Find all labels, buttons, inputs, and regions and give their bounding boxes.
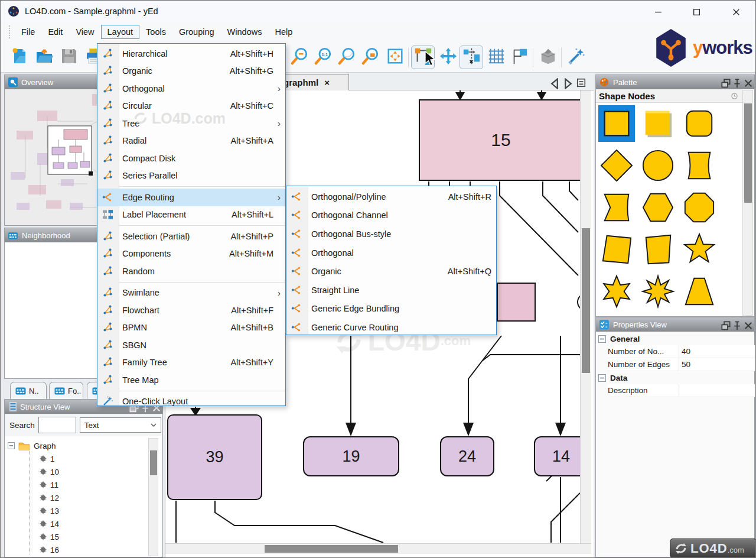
menu-view[interactable]: View xyxy=(69,25,100,39)
palette-shape-star-8[interactable] xyxy=(640,273,676,310)
palette-shape-round-rectangle[interactable] xyxy=(681,105,718,142)
minimize-button[interactable] xyxy=(649,5,667,18)
new-document-button[interactable] xyxy=(8,46,31,69)
menu-item-edge-routing[interactable]: Edge Routing› xyxy=(97,189,285,206)
export-button[interactable] xyxy=(536,46,560,69)
collapse-icon[interactable] xyxy=(8,442,15,449)
tab-neighborhood[interactable]: N.. xyxy=(10,382,47,399)
tab-folder-contents[interactable]: Fo.. xyxy=(49,382,83,399)
pin-panel-icon[interactable] xyxy=(732,321,739,328)
properties-group-data[interactable]: Data xyxy=(596,371,627,384)
search-type-dropdown[interactable]: Text xyxy=(80,417,161,433)
submenu-item-orthogonal[interactable]: Orthogonal xyxy=(286,244,496,262)
menu-item-hierarchical[interactable]: HierarchicalAlt+Shift+H xyxy=(97,45,285,63)
graph-node-19[interactable]: 19 xyxy=(303,436,399,476)
property-row-nodes[interactable]: Number of No... 40 xyxy=(596,345,754,358)
menu-edit[interactable]: Edit xyxy=(41,25,69,39)
move-mode-button[interactable] xyxy=(436,46,460,69)
tree-item[interactable]: 10 xyxy=(40,465,59,478)
palette-scrollbar-thumb[interactable] xyxy=(744,103,752,203)
palette-shape-trapezoid[interactable] xyxy=(681,273,718,310)
properties-title-bar[interactable]: Properties View xyxy=(596,317,754,332)
menu-item-label-placement[interactable]: Label PlacementAlt+Shift+L xyxy=(97,206,285,224)
zoom-original-button[interactable]: 1:1 xyxy=(311,46,335,69)
menu-item-series-parallel[interactable]: Series Parallel xyxy=(97,167,285,185)
tab-list-button[interactable] xyxy=(576,78,586,87)
tab-close-icon[interactable]: × xyxy=(324,77,330,87)
palette-shape-skewed-rectangle[interactable] xyxy=(640,231,676,268)
menu-item-flowchart[interactable]: FlowchartAlt+Shift+F xyxy=(97,301,285,319)
tab-scroll-left-button[interactable] xyxy=(550,78,559,87)
snap-lines-button[interactable] xyxy=(460,46,483,69)
menu-windows[interactable]: Windows xyxy=(221,25,269,39)
submenu-item-generic-edge-bundling[interactable]: Generic Edge Bundling xyxy=(286,300,496,319)
menu-item-random[interactable]: Random xyxy=(97,262,285,280)
section-options-icon[interactable] xyxy=(731,93,738,99)
menu-layout[interactable]: Layout xyxy=(101,25,140,39)
grid-button[interactable] xyxy=(484,46,508,69)
tree-item[interactable]: 12 xyxy=(40,491,59,504)
palette-shape-octagon[interactable] xyxy=(681,189,718,226)
property-row-edges[interactable]: Number of Edges 50 xyxy=(596,358,754,371)
property-value[interactable]: 40 xyxy=(679,345,756,358)
palette-shape-hexagon[interactable] xyxy=(640,189,676,226)
search-input[interactable] xyxy=(38,417,76,433)
menu-file[interactable]: File xyxy=(15,25,41,39)
submenu-item-orthogonal-polyline[interactable]: Orthogonal/PolylineAlt+Shift+R xyxy=(286,187,496,206)
one-click-layout-button[interactable] xyxy=(564,46,588,69)
collapse-icon[interactable] xyxy=(598,374,606,382)
property-row-description[interactable]: Description xyxy=(596,384,754,397)
shape-nodes-section-header[interactable]: Shape Nodes xyxy=(596,89,742,103)
close-panel-icon[interactable] xyxy=(744,321,751,328)
tab-scroll-right-button[interactable] xyxy=(563,78,573,87)
menu-item-selection-partial[interactable]: Selection (Partial)Alt+Shift+P xyxy=(97,228,285,245)
menu-item-family-tree[interactable]: Family TreeAlt+Shift+Y xyxy=(97,354,285,372)
submenu-item-generic-curve-routing[interactable]: Generic Curve Routing xyxy=(286,318,496,337)
properties-group-general[interactable]: General xyxy=(596,332,640,345)
submenu-item-organic[interactable]: OrganicAlt+Shift+Q xyxy=(286,262,496,281)
tree-item[interactable]: 15 xyxy=(40,530,59,543)
palette-title-bar[interactable]: Palette xyxy=(596,75,754,89)
menu-item-bpmn[interactable]: BPMNAlt+Shift+B xyxy=(97,319,285,337)
menubar-drag-handle[interactable] xyxy=(9,25,10,38)
tree-item[interactable]: 11 xyxy=(40,478,58,491)
menu-item-tree-map[interactable]: Tree Map xyxy=(97,371,285,389)
tree-item[interactable]: 1 xyxy=(40,452,55,465)
menu-item-radial[interactable]: RadialAlt+Shift+A xyxy=(97,132,285,150)
collapse-icon[interactable] xyxy=(598,335,606,343)
open-button[interactable] xyxy=(32,46,56,69)
tree-item[interactable]: 14 xyxy=(40,517,59,530)
tree-item[interactable]: 13 xyxy=(40,504,59,517)
canvas-horizontal-scrollbar[interactable] xyxy=(165,543,591,554)
float-panel-icon[interactable] xyxy=(721,79,728,86)
pin-panel-icon[interactable] xyxy=(732,79,739,86)
canvas-vertical-scrollbar[interactable] xyxy=(580,90,591,543)
close-button[interactable] xyxy=(727,5,745,18)
zoom-in-button[interactable] xyxy=(335,46,359,69)
palette-shape-rectangle[interactable] xyxy=(598,105,635,142)
tree-root-row[interactable]: Graph xyxy=(8,439,56,452)
menu-help[interactable]: Help xyxy=(268,25,299,39)
submenu-item-straight-line[interactable]: Straight Line xyxy=(286,281,496,300)
menu-item-one-click-layout[interactable]: One-Click Layout xyxy=(97,393,285,411)
menu-item-swimlane[interactable]: Swimlane› xyxy=(97,284,285,302)
tree-scrollbar-thumb[interactable] xyxy=(150,450,157,475)
palette-shape-star-5[interactable] xyxy=(681,231,718,268)
fit-content-button[interactable] xyxy=(383,46,407,69)
horizontal-scrollbar-thumb[interactable] xyxy=(265,545,398,553)
zoom-selection-button[interactable] xyxy=(359,46,382,69)
edge-label-button[interactable] xyxy=(507,46,531,69)
save-button[interactable] xyxy=(57,46,81,69)
maximize-button[interactable] xyxy=(687,5,705,18)
graph-node-15[interactable]: 15 xyxy=(419,99,583,181)
float-panel-icon[interactable] xyxy=(721,321,728,328)
palette-shape-notch-rectangle[interactable] xyxy=(598,189,635,226)
zoom-out-button[interactable] xyxy=(288,46,311,69)
palette-shape-rectangle-plain[interactable] xyxy=(640,105,676,142)
submenu-item-orthogonal-bus-style[interactable]: Orthogonal Bus-style xyxy=(286,225,496,244)
menu-grouping[interactable]: Grouping xyxy=(172,25,221,39)
palette-shape-diamond[interactable] xyxy=(598,147,635,184)
menu-item-components[interactable]: ComponentsAlt+Shift+M xyxy=(97,245,285,263)
menu-item-compact-disk[interactable]: Compact Disk xyxy=(97,150,285,167)
menu-tools[interactable]: Tools xyxy=(139,25,172,39)
